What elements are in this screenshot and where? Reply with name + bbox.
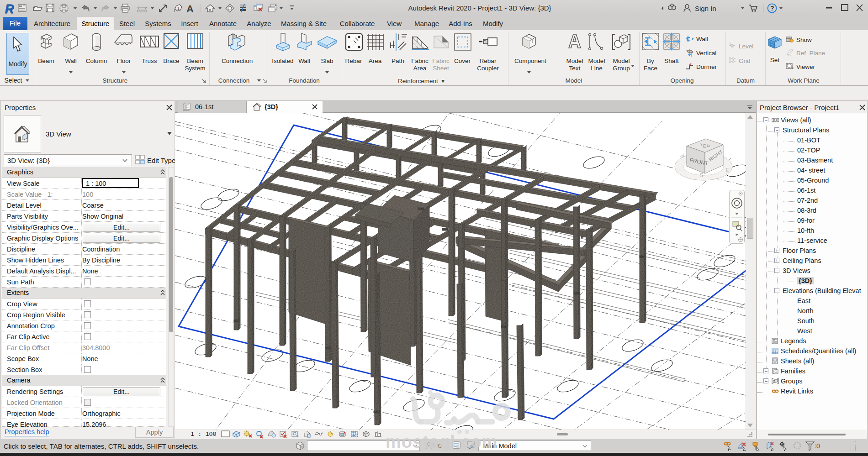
svg-text:A: A — [186, 3, 194, 15]
svg-text:?: ? — [770, 5, 774, 12]
svg-text:R: R — [5, 2, 14, 16]
svg-text:S: S — [699, 172, 703, 178]
svg-text:E: E — [726, 168, 729, 173]
svg-text:1: 1 — [177, 6, 180, 10]
svg-text:Sign In: Sign In — [695, 5, 716, 12]
svg-text:mostaql.com: mostaql.com — [386, 432, 498, 451]
